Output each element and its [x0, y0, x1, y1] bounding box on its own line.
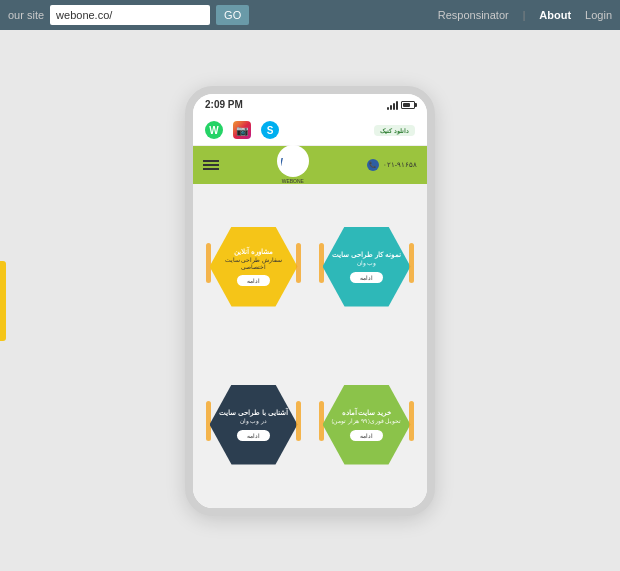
hex-container-4: خرید سایت آماده تحویل فوری( ۹۹ هزار تومن… [319, 381, 414, 469]
phone-inner: 2:09 PM W 📷 S [193, 94, 427, 508]
phone-number: ۰۲۱-۹۱۶۵۸ [383, 161, 417, 169]
phone-icon: 📞 [367, 159, 379, 171]
battery-icon [401, 101, 415, 109]
svg-text:W: W [281, 157, 284, 168]
hamburger-icon[interactable] [203, 160, 219, 170]
login-link[interactable]: Login [585, 9, 612, 21]
logo-circle: W [277, 145, 309, 177]
card-1-button[interactable]: ادامه [237, 275, 270, 286]
hex-container-2: نمونه کار طراحی سایت وب وان ادامه [319, 223, 414, 311]
about-link[interactable]: About [539, 9, 571, 21]
nav-logo: W WEBONE [277, 145, 309, 184]
card-3: آشنایی با طراحی سایت در وب وان ادامه [199, 348, 308, 502]
hamburger-line-3 [203, 168, 219, 170]
toolbar-right: Responsinator | About Login [438, 9, 612, 21]
whatsapp-icon[interactable]: W [205, 121, 223, 139]
status-icons [387, 100, 415, 110]
card-1-subtitle: سفارش طراحی سایت اختصاصی [218, 257, 290, 271]
accent-left-3 [206, 401, 211, 441]
card-1-title: مشاوره آنلاین [234, 247, 273, 256]
main-content: 2:09 PM W 📷 S [0, 30, 620, 571]
card-2-title: نمونه کار طراحی سایت [332, 250, 400, 259]
url-input[interactable] [50, 5, 210, 25]
signal-bar-4 [396, 101, 398, 110]
accent-right-3 [296, 401, 301, 441]
hamburger-line-1 [203, 160, 219, 162]
toolbar: our site GO Responsinator | About Login [0, 0, 620, 30]
accent-left-4 [319, 401, 324, 441]
separator: | [523, 10, 526, 21]
nav-bar: 📞 ۰۲۱-۹۱۶۵۸ W WEBONE [193, 146, 427, 184]
card-3-subtitle: در وب وان [240, 418, 267, 425]
cards-area: مشاوره آنلاین سفارش طراحی سایت اختصاصی ا… [193, 184, 427, 508]
hex-bg-2: نمونه کار طراحی سایت وب وان ادامه [323, 227, 411, 307]
hamburger-line-2 [203, 164, 219, 166]
card-1: مشاوره آنلاین سفارش طراحی سایت اختصاصی ا… [199, 190, 308, 344]
accent-left-2 [319, 243, 324, 283]
card-2-subtitle: وب وان [357, 260, 377, 267]
card-3-button[interactable]: ادامه [237, 430, 270, 441]
instagram-icon[interactable]: 📷 [233, 121, 251, 139]
accent-right-1 [296, 243, 301, 283]
card-4-button[interactable]: ادامه [350, 430, 383, 441]
accent-left-1 [206, 243, 211, 283]
accent-right-4 [409, 401, 414, 441]
nav-phone: 📞 ۰۲۱-۹۱۶۵۸ [367, 159, 417, 171]
go-button[interactable]: GO [216, 5, 249, 25]
hex-container-1: مشاوره آنلاین سفارش طراحی سایت اختصاصی ا… [206, 223, 301, 311]
phone-mockup: 2:09 PM W 📷 S [185, 86, 435, 516]
card-4-subtitle: تحویل فوری( ۹۹ هزار تومن) [332, 418, 402, 425]
signal-bars-icon [387, 100, 398, 110]
card-2-button[interactable]: ادامه [350, 272, 383, 283]
responsinator-link[interactable]: Responsinator [438, 9, 509, 21]
hex-bg-3: آشنایی با طراحی سایت در وب وان ادامه [210, 385, 298, 465]
left-strip [0, 261, 6, 341]
social-row: W 📷 S دانلود کنیک [193, 116, 427, 146]
phone-status-bar: 2:09 PM [193, 94, 427, 116]
site-label: our site [8, 9, 44, 21]
signal-bar-1 [387, 107, 389, 110]
hex-container-3: آشنایی با طراحی سایت در وب وان ادامه [206, 381, 301, 469]
card-3-title: آشنایی با طراحی سایت [219, 408, 287, 417]
card-4: خرید سایت آماده تحویل فوری( ۹۹ هزار تومن… [312, 348, 421, 502]
hex-bg-1: مشاوره آنلاین سفارش طراحی سایت اختصاصی ا… [210, 227, 298, 307]
signal-bar-3 [393, 103, 395, 110]
accent-right-2 [409, 243, 414, 283]
download-banner-text: دانلود کنیک [380, 127, 409, 134]
signal-bar-2 [390, 105, 392, 110]
card-4-title: خرید سایت آماده [342, 408, 392, 417]
battery-fill [403, 103, 410, 107]
skype-icon[interactable]: S [261, 121, 279, 139]
status-time: 2:09 PM [205, 99, 243, 110]
card-2: نمونه کار طراحی سایت وب وان ادامه [312, 190, 421, 344]
hex-bg-4: خرید سایت آماده تحویل فوری( ۹۹ هزار تومن… [323, 385, 411, 465]
